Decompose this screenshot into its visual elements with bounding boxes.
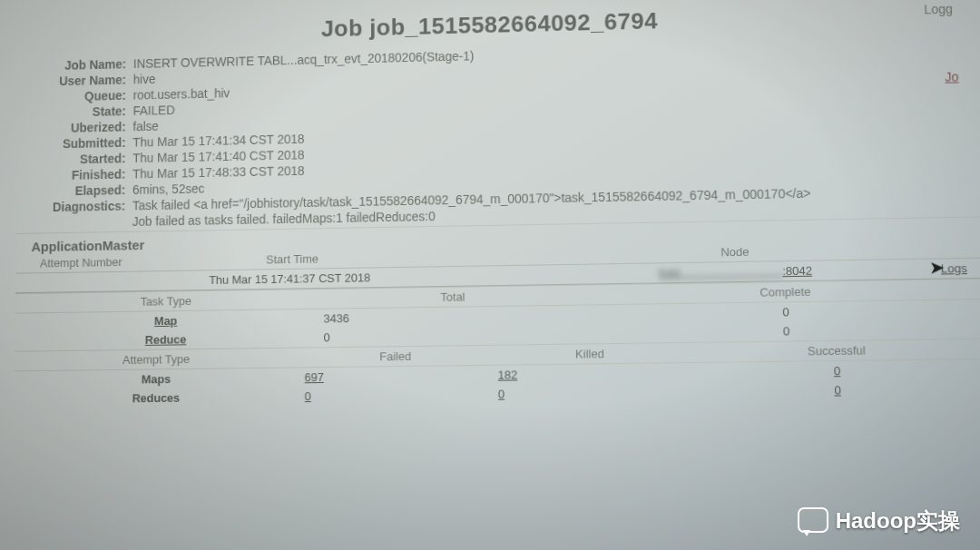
- am-node-obscured: hdn . . . . . . . . . . . .: [659, 264, 782, 280]
- lbl-finished: Finished:: [24, 167, 126, 183]
- side-link-jo[interactable]: Jo: [945, 70, 959, 84]
- lbl-state: State:: [24, 104, 126, 121]
- attempt-maps-failed[interactable]: 697: [299, 365, 493, 387]
- attempt-table: Attempt Type Failed Killed Successful Ma…: [14, 339, 980, 409]
- job-overview: Job Name:INSERT OVERWRITE TABL...acq_trx…: [16, 36, 980, 231]
- wechat-icon: [798, 507, 828, 535]
- lbl-user-name: User Name:: [24, 73, 126, 89]
- attempt-row-reduces: Reduces: [14, 387, 299, 408]
- title-jobid: job_1515582664092_6794: [369, 7, 658, 41]
- attempt-reduces-failed[interactable]: 0: [299, 385, 493, 406]
- lbl-queue: Queue:: [24, 88, 126, 104]
- at-hdr-failed: Failed: [299, 345, 493, 368]
- watermark: Hadoop实操: [798, 506, 960, 535]
- lbl-submitted: Submitted:: [24, 135, 126, 152]
- attempt-maps-killed[interactable]: 182: [493, 363, 689, 385]
- lbl-uberized: Uberized:: [24, 120, 125, 136]
- at-hdr-killed: Killed: [492, 342, 688, 365]
- page-root: Logg Job job_1515582664092_6794 Job Name…: [13, 0, 980, 550]
- cursor-icon: ➤: [928, 256, 945, 278]
- lbl-job-name: Job Name:: [24, 57, 126, 74]
- lbl-started: Started:: [24, 152, 126, 168]
- am-node-port: :8042: [782, 264, 812, 279]
- attempt-reduces-success[interactable]: 0: [689, 378, 980, 401]
- title-prefix: Job: [321, 15, 363, 42]
- attempt-reduces-killed[interactable]: 0: [493, 382, 689, 404]
- watermark-text: Hadoop实操: [836, 506, 960, 535]
- logged-in-label: Logg: [924, 2, 953, 16]
- lbl-diagnostics: Diagnostics:: [23, 199, 125, 215]
- lbl-elapsed: Elapsed:: [24, 182, 126, 199]
